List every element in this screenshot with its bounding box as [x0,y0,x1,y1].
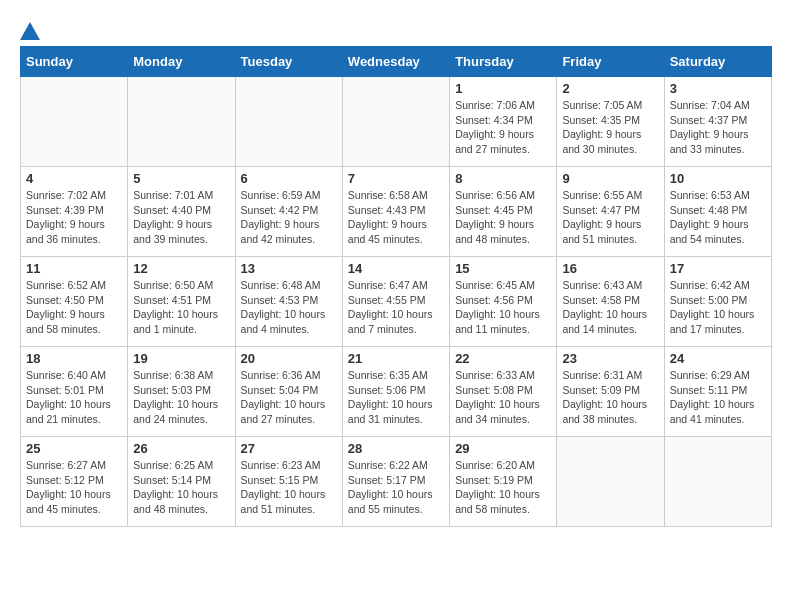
logo [20,20,42,38]
day-number: 27 [241,441,337,456]
day-info: Sunrise: 6:25 AMSunset: 5:14 PMDaylight:… [133,458,229,517]
calendar-cell: 3Sunrise: 7:04 AMSunset: 4:37 PMDaylight… [664,77,771,167]
day-number: 3 [670,81,766,96]
column-header-sunday: Sunday [21,47,128,77]
calendar-cell: 15Sunrise: 6:45 AMSunset: 4:56 PMDayligh… [450,257,557,347]
day-number: 12 [133,261,229,276]
day-number: 24 [670,351,766,366]
calendar-week-1: 1Sunrise: 7:06 AMSunset: 4:34 PMDaylight… [21,77,772,167]
logo-triangle-icon [20,20,40,42]
calendar-cell [664,437,771,527]
column-header-friday: Friday [557,47,664,77]
calendar-cell: 19Sunrise: 6:38 AMSunset: 5:03 PMDayligh… [128,347,235,437]
day-number: 8 [455,171,551,186]
day-number: 4 [26,171,122,186]
calendar-cell: 7Sunrise: 6:58 AMSunset: 4:43 PMDaylight… [342,167,449,257]
day-number: 21 [348,351,444,366]
calendar-cell: 22Sunrise: 6:33 AMSunset: 5:08 PMDayligh… [450,347,557,437]
calendar-cell: 20Sunrise: 6:36 AMSunset: 5:04 PMDayligh… [235,347,342,437]
calendar-cell [128,77,235,167]
calendar-cell: 28Sunrise: 6:22 AMSunset: 5:17 PMDayligh… [342,437,449,527]
day-info: Sunrise: 6:27 AMSunset: 5:12 PMDaylight:… [26,458,122,517]
day-info: Sunrise: 6:50 AMSunset: 4:51 PMDaylight:… [133,278,229,337]
day-number: 25 [26,441,122,456]
day-number: 7 [348,171,444,186]
calendar-week-2: 4Sunrise: 7:02 AMSunset: 4:39 PMDaylight… [21,167,772,257]
calendar-cell [342,77,449,167]
day-info: Sunrise: 6:53 AMSunset: 4:48 PMDaylight:… [670,188,766,247]
day-number: 2 [562,81,658,96]
svg-marker-0 [20,22,40,40]
calendar-cell: 6Sunrise: 6:59 AMSunset: 4:42 PMDaylight… [235,167,342,257]
calendar-cell: 18Sunrise: 6:40 AMSunset: 5:01 PMDayligh… [21,347,128,437]
day-info: Sunrise: 6:23 AMSunset: 5:15 PMDaylight:… [241,458,337,517]
calendar-cell: 25Sunrise: 6:27 AMSunset: 5:12 PMDayligh… [21,437,128,527]
calendar-cell [235,77,342,167]
calendar-cell: 14Sunrise: 6:47 AMSunset: 4:55 PMDayligh… [342,257,449,347]
day-info: Sunrise: 6:42 AMSunset: 5:00 PMDaylight:… [670,278,766,337]
day-number: 15 [455,261,551,276]
day-number: 26 [133,441,229,456]
calendar-cell: 26Sunrise: 6:25 AMSunset: 5:14 PMDayligh… [128,437,235,527]
day-info: Sunrise: 7:02 AMSunset: 4:39 PMDaylight:… [26,188,122,247]
day-info: Sunrise: 6:56 AMSunset: 4:45 PMDaylight:… [455,188,551,247]
column-header-wednesday: Wednesday [342,47,449,77]
day-info: Sunrise: 7:04 AMSunset: 4:37 PMDaylight:… [670,98,766,157]
day-info: Sunrise: 6:20 AMSunset: 5:19 PMDaylight:… [455,458,551,517]
day-number: 16 [562,261,658,276]
calendar-week-4: 18Sunrise: 6:40 AMSunset: 5:01 PMDayligh… [21,347,772,437]
day-number: 23 [562,351,658,366]
calendar-cell [557,437,664,527]
calendar-cell: 13Sunrise: 6:48 AMSunset: 4:53 PMDayligh… [235,257,342,347]
day-number: 11 [26,261,122,276]
day-info: Sunrise: 6:22 AMSunset: 5:17 PMDaylight:… [348,458,444,517]
day-info: Sunrise: 6:38 AMSunset: 5:03 PMDaylight:… [133,368,229,427]
calendar-cell: 11Sunrise: 6:52 AMSunset: 4:50 PMDayligh… [21,257,128,347]
day-number: 18 [26,351,122,366]
day-info: Sunrise: 6:40 AMSunset: 5:01 PMDaylight:… [26,368,122,427]
calendar-cell [21,77,128,167]
calendar-cell: 4Sunrise: 7:02 AMSunset: 4:39 PMDaylight… [21,167,128,257]
calendar-cell: 23Sunrise: 6:31 AMSunset: 5:09 PMDayligh… [557,347,664,437]
day-info: Sunrise: 6:31 AMSunset: 5:09 PMDaylight:… [562,368,658,427]
calendar-cell: 1Sunrise: 7:06 AMSunset: 4:34 PMDaylight… [450,77,557,167]
column-header-thursday: Thursday [450,47,557,77]
calendar-cell: 10Sunrise: 6:53 AMSunset: 4:48 PMDayligh… [664,167,771,257]
calendar-cell: 21Sunrise: 6:35 AMSunset: 5:06 PMDayligh… [342,347,449,437]
column-header-monday: Monday [128,47,235,77]
day-info: Sunrise: 6:48 AMSunset: 4:53 PMDaylight:… [241,278,337,337]
day-number: 9 [562,171,658,186]
day-info: Sunrise: 7:01 AMSunset: 4:40 PMDaylight:… [133,188,229,247]
day-info: Sunrise: 6:35 AMSunset: 5:06 PMDaylight:… [348,368,444,427]
calendar-table: SundayMondayTuesdayWednesdayThursdayFrid… [20,46,772,527]
day-number: 14 [348,261,444,276]
calendar-cell: 5Sunrise: 7:01 AMSunset: 4:40 PMDaylight… [128,167,235,257]
day-number: 5 [133,171,229,186]
day-number: 20 [241,351,337,366]
day-number: 19 [133,351,229,366]
day-info: Sunrise: 6:47 AMSunset: 4:55 PMDaylight:… [348,278,444,337]
calendar-cell: 8Sunrise: 6:56 AMSunset: 4:45 PMDaylight… [450,167,557,257]
calendar-week-5: 25Sunrise: 6:27 AMSunset: 5:12 PMDayligh… [21,437,772,527]
day-info: Sunrise: 6:52 AMSunset: 4:50 PMDaylight:… [26,278,122,337]
day-info: Sunrise: 6:36 AMSunset: 5:04 PMDaylight:… [241,368,337,427]
day-number: 28 [348,441,444,456]
day-info: Sunrise: 6:55 AMSunset: 4:47 PMDaylight:… [562,188,658,247]
column-header-tuesday: Tuesday [235,47,342,77]
calendar-week-3: 11Sunrise: 6:52 AMSunset: 4:50 PMDayligh… [21,257,772,347]
day-number: 1 [455,81,551,96]
day-info: Sunrise: 7:05 AMSunset: 4:35 PMDaylight:… [562,98,658,157]
calendar-cell: 12Sunrise: 6:50 AMSunset: 4:51 PMDayligh… [128,257,235,347]
calendar-cell: 16Sunrise: 6:43 AMSunset: 4:58 PMDayligh… [557,257,664,347]
calendar-header-row: SundayMondayTuesdayWednesdayThursdayFrid… [21,47,772,77]
day-info: Sunrise: 6:33 AMSunset: 5:08 PMDaylight:… [455,368,551,427]
calendar-cell: 24Sunrise: 6:29 AMSunset: 5:11 PMDayligh… [664,347,771,437]
day-number: 6 [241,171,337,186]
column-header-saturday: Saturday [664,47,771,77]
day-info: Sunrise: 6:59 AMSunset: 4:42 PMDaylight:… [241,188,337,247]
day-number: 17 [670,261,766,276]
calendar-cell: 29Sunrise: 6:20 AMSunset: 5:19 PMDayligh… [450,437,557,527]
day-info: Sunrise: 6:45 AMSunset: 4:56 PMDaylight:… [455,278,551,337]
calendar-cell: 2Sunrise: 7:05 AMSunset: 4:35 PMDaylight… [557,77,664,167]
calendar-cell: 27Sunrise: 6:23 AMSunset: 5:15 PMDayligh… [235,437,342,527]
